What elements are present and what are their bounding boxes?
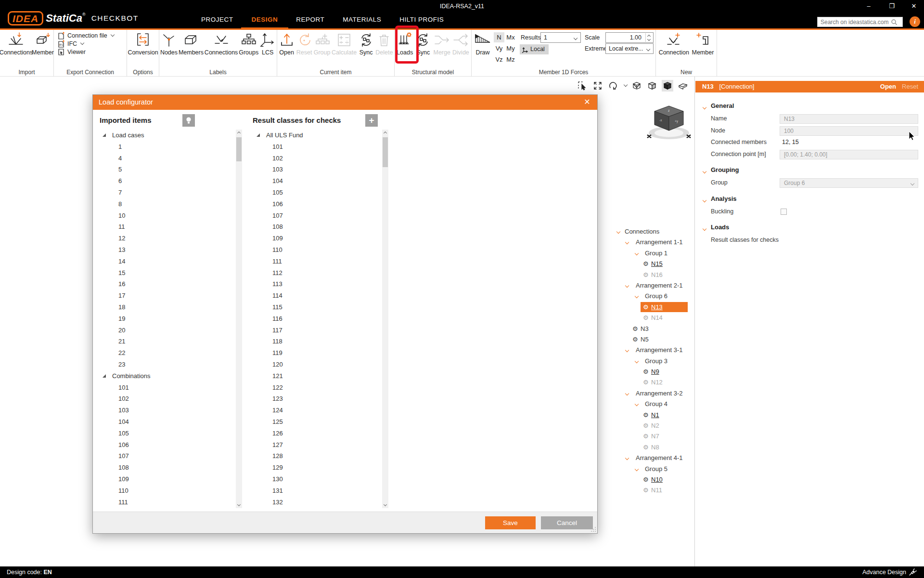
wireframe-cube-icon[interactable]	[631, 80, 642, 92]
result-scrollbar[interactable]	[382, 130, 388, 508]
open-connection-button[interactable]: Open	[880, 81, 896, 92]
toggle-mz[interactable]: Mz	[505, 54, 516, 65]
menu-design[interactable]: DESIGN	[252, 13, 278, 28]
tree-item-group-3[interactable]: Group 3	[615, 356, 693, 367]
list-item[interactable]: 114	[253, 290, 388, 302]
list-item[interactable]: 121	[253, 370, 388, 382]
list-item[interactable]: 13	[99, 244, 242, 256]
members-button[interactable]: Members	[179, 31, 204, 56]
list-item[interactable]: 11	[99, 221, 242, 233]
list-item[interactable]: 118	[253, 336, 388, 347]
list-item[interactable]: 8	[99, 198, 242, 210]
tree-item-n15[interactable]: ⚙N15	[615, 259, 693, 269]
new-connection-button[interactable]: Connection	[659, 31, 689, 56]
list-group-load-cases[interactable]: Load cases	[99, 130, 242, 141]
local-button[interactable]: Local	[520, 44, 549, 54]
tree-item-arrangement-1-1[interactable]: Arrangement 1-1	[615, 237, 693, 248]
tree-item-group-5[interactable]: Group 5	[615, 464, 693, 474]
list-item[interactable]: 21	[99, 336, 242, 347]
tree-item-n11[interactable]: ⚙N11	[615, 485, 693, 496]
list-item[interactable]: 101	[253, 141, 388, 153]
draw-button[interactable]: Draw	[474, 31, 491, 56]
list-item[interactable]: 112	[253, 267, 388, 279]
group-control[interactable]: Group 6	[780, 178, 918, 188]
restore-button[interactable]: ❐	[885, 1, 899, 12]
tree-item-arrangement-2-1[interactable]: Arrangement 2-1	[615, 280, 693, 291]
imported-scrollbar[interactable]	[236, 130, 242, 508]
list-item[interactable]: 1	[99, 141, 242, 153]
chevron-down-icon[interactable]	[625, 240, 629, 244]
section-grouping[interactable]: Grouping	[695, 166, 924, 178]
list-item[interactable]: 15	[99, 267, 242, 279]
list-item[interactable]: 7	[99, 187, 242, 198]
tree-item-n7[interactable]: ⚙N7	[615, 431, 693, 442]
menu-materials[interactable]: MATERIALS	[343, 13, 381, 28]
toggle-vy[interactable]: Vy	[494, 43, 504, 53]
list-item[interactable]: 17	[99, 290, 242, 302]
toggle-vz[interactable]: Vz	[494, 54, 504, 65]
list-item[interactable]: 113	[253, 278, 388, 290]
list-item[interactable]: 107	[253, 210, 388, 222]
chevron-down-icon[interactable]	[703, 227, 706, 231]
viewer-button[interactable]: Viewer	[58, 48, 86, 56]
tree-item-n13[interactable]: ⚙N13	[615, 302, 693, 313]
ifc-button[interactable]: IFC IFC	[58, 40, 84, 48]
orbit-icon[interactable]	[607, 80, 619, 92]
list-item[interactable]: 105	[99, 428, 242, 439]
hint-lightbulb-button[interactable]	[182, 114, 195, 127]
chevron-down-icon[interactable]	[635, 251, 639, 255]
chevron-down-icon[interactable]	[635, 294, 639, 298]
list-item[interactable]: 5	[99, 164, 242, 175]
node-control[interactable]: 100	[780, 126, 918, 136]
reset-connection-button[interactable]: Reset	[902, 81, 918, 92]
search-input[interactable]	[818, 19, 891, 26]
chevron-down-icon[interactable]	[616, 230, 620, 234]
chevron-down-icon[interactable]	[624, 83, 628, 87]
section-general[interactable]: General	[695, 102, 924, 114]
list-item[interactable]: 110	[99, 485, 242, 497]
connections-labels-button[interactable]: Connections	[205, 31, 238, 56]
fit-view-icon[interactable]	[592, 80, 603, 92]
list-item[interactable]: 105	[253, 187, 388, 198]
menu-report[interactable]: REPORT	[296, 13, 324, 28]
tree-item-n8[interactable]: ⚙N8	[615, 442, 693, 453]
tree-item-group-1[interactable]: Group 1	[615, 248, 693, 259]
list-item[interactable]: 103	[253, 164, 388, 175]
list-item[interactable]: 12	[99, 233, 242, 244]
list-item[interactable]: 115	[253, 302, 388, 313]
save-button[interactable]: Save	[485, 516, 536, 529]
calculate-button[interactable]: Calculate	[332, 31, 357, 56]
chevron-down-icon[interactable]	[625, 348, 629, 352]
expander-icon[interactable]	[257, 133, 260, 137]
member-import-button[interactable]: Member	[32, 31, 53, 56]
toggle-mx[interactable]: Mx	[505, 32, 516, 42]
section-loads[interactable]: Loads	[695, 223, 924, 235]
tree-item-group-6[interactable]: Group 6	[615, 291, 693, 302]
list-item[interactable]: 101	[99, 382, 242, 394]
extreme-select[interactable]: Local extre...	[605, 43, 654, 54]
tree-item-n16[interactable]: ⚙N16	[615, 270, 693, 280]
section-analysis[interactable]: Analysis	[695, 195, 924, 207]
list-item[interactable]: 124	[253, 405, 388, 416]
tree-item-n2[interactable]: ⚙N2	[615, 420, 693, 431]
tree-item-arrangement-3-1[interactable]: Arrangement 3-1	[615, 345, 693, 355]
chevron-down-icon[interactable]	[703, 170, 706, 173]
sync-button[interactable]: Sync	[358, 31, 374, 56]
list-item[interactable]: 106	[253, 198, 388, 210]
shaded-cube-icon[interactable]	[646, 80, 658, 92]
add-result-class-button[interactable]: +	[365, 114, 378, 127]
list-item[interactable]: 132	[253, 497, 388, 508]
list-item[interactable]: 109	[253, 233, 388, 244]
list-item[interactable]: 4	[99, 153, 242, 164]
list-item[interactable]: 120	[253, 359, 388, 370]
list-item[interactable]: 104	[99, 416, 242, 428]
toggle-my[interactable]: My	[505, 43, 516, 53]
menu-project[interactable]: PROJECT	[201, 13, 233, 28]
delete-button[interactable]: Delete	[375, 31, 393, 56]
list-item[interactable]: 102	[99, 393, 242, 405]
new-member-button[interactable]: Member	[692, 31, 714, 56]
list-item[interactable]: 128	[253, 450, 388, 462]
name-control[interactable]: N13	[780, 114, 918, 124]
expander-icon[interactable]	[103, 374, 106, 378]
list-item[interactable]: 23	[99, 359, 242, 370]
